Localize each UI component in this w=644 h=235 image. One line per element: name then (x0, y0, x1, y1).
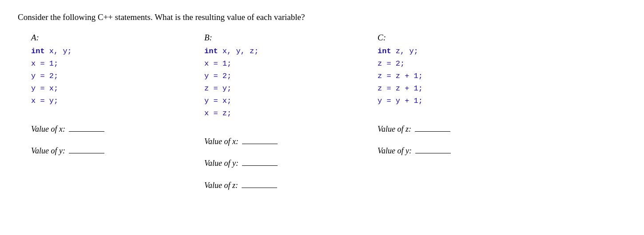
code-line: x = z; (204, 107, 378, 120)
page-container: Consider the following C++ statements. W… (0, 0, 644, 207)
code-line: int z, y; (378, 45, 551, 58)
value-x-label: Value of x: (31, 120, 65, 139)
code-line: z = z + 1; (378, 70, 551, 82)
code-line: x = y; (31, 95, 204, 107)
value-y-label: Value of y: (378, 141, 412, 161)
code-line: z = z + 1; (378, 82, 551, 95)
section-c-label: C: (378, 33, 386, 43)
section-a: A: int x, y; x = 1; y = 2; y = x; x = y;… (31, 33, 204, 164)
value-line-y: Value of y: (204, 154, 378, 173)
value-line-x: Value of x: (204, 132, 378, 151)
sections-row: A: int x, y; x = 1; y = 2; y = x; x = y;… (31, 33, 626, 198)
section-b: B: int x, y, z; x = 1; y = 2; z = y; y =… (204, 33, 378, 198)
value-z-label: Value of z: (204, 176, 238, 195)
value-y-blank[interactable] (69, 153, 104, 153)
code-line: x = 1; (31, 58, 204, 70)
value-y-blank[interactable] (242, 165, 278, 166)
section-a-label: A: (31, 33, 39, 43)
code-line: y = y + 1; (378, 95, 551, 107)
code-line: x = 1; (204, 58, 378, 70)
section-b-code: int x, y, z; x = 1; y = 2; z = y; y = x;… (204, 45, 378, 120)
code-line: y = x; (31, 82, 204, 95)
code-line: z = 2; (378, 58, 551, 70)
value-z-label: Value of z: (378, 120, 411, 139)
value-x-blank[interactable] (242, 144, 278, 144)
value-z-blank[interactable] (415, 131, 450, 132)
code-line: y = 2; (31, 70, 204, 82)
value-line-z: Value of z: (204, 176, 378, 195)
value-y-label: Value of y: (204, 154, 239, 173)
value-line-x: Value of x: (31, 120, 204, 139)
code-line: y = x; (204, 95, 378, 107)
section-a-header: A: (31, 33, 204, 43)
section-c-code: int z, y; z = 2; z = z + 1; z = z + 1; y… (378, 45, 551, 107)
keyword-int: int (31, 47, 45, 55)
section-c-header: C: (378, 33, 551, 43)
code-line: y = 2; (204, 70, 378, 82)
code-line: int x, y, z; (204, 45, 378, 58)
section-b-values: Value of x: Value of y: Value of z: (204, 132, 378, 198)
section-a-code: int x, y; x = 1; y = 2; y = x; x = y; (31, 45, 204, 107)
value-line-y: Value of y: (378, 141, 551, 161)
keyword-int: int (204, 47, 218, 55)
value-x-label: Value of x: (204, 132, 239, 151)
section-b-label: B: (204, 33, 212, 43)
section-a-values: Value of x: Value of y: (31, 120, 204, 163)
section-c-values: Value of z: Value of y: (378, 120, 551, 163)
value-z-blank[interactable] (242, 188, 277, 188)
code-line: z = y; (204, 82, 378, 95)
value-y-label: Value of y: (31, 141, 65, 161)
value-line-y: Value of y: (31, 141, 204, 161)
value-y-blank[interactable] (415, 153, 451, 153)
section-c: C: int z, y; z = 2; z = z + 1; z = z + 1… (378, 33, 551, 164)
value-x-blank[interactable] (69, 131, 104, 132)
section-b-header: B: (204, 33, 378, 43)
keyword-int: int (378, 47, 391, 55)
value-line-z: Value of z: (378, 120, 551, 139)
code-line: int x, y; (31, 45, 204, 58)
question-text: Consider the following C++ statements. W… (18, 12, 626, 22)
